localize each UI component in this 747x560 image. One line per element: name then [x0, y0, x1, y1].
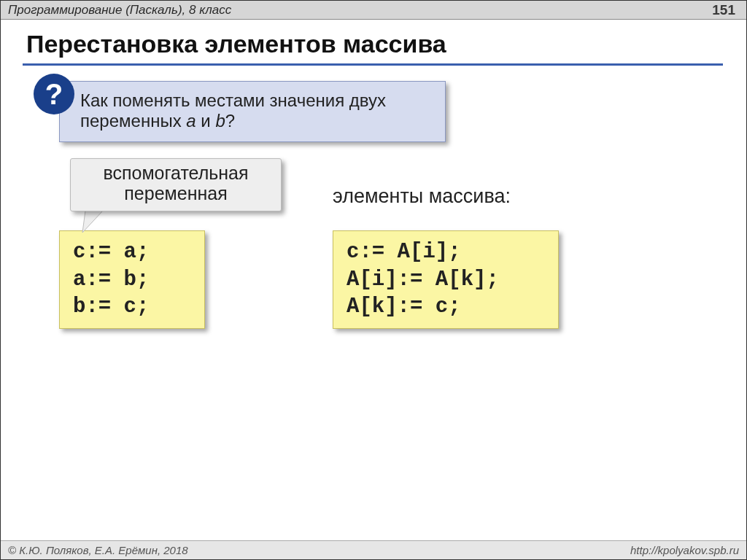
page-title: Перестановка элементов массива	[26, 30, 446, 58]
callout-line2: переменная	[124, 183, 227, 203]
callout-helper-variable: вспомогательная переменная	[70, 158, 282, 211]
footer-bar: © К.Ю. Поляков, Е.А. Ерёмин, 2018 http:/…	[1, 540, 746, 559]
svg-marker-0	[82, 211, 103, 233]
footer-url: http://kpolyakov.spb.ru	[630, 544, 739, 556]
callout-line1: вспомогательная	[103, 163, 248, 183]
footer-copyright: © К.Ю. Поляков, Е.А. Ерёмин, 2018	[8, 544, 188, 556]
question-line1: Как поменять местами значения двух	[80, 90, 386, 110]
code-swap-variables: c:= a; a:= b; b:= c;	[59, 230, 205, 329]
question-box: Как поменять местами значения двух перем…	[59, 81, 446, 142]
question-mark: ?	[45, 78, 63, 111]
code-swap-array-elements: c:= A[i]; A[i]:= A[k]; A[k]:= c;	[333, 230, 559, 329]
header-bar: Программирование (Паскаль), 8 класс	[1, 1, 746, 20]
page-number: 151	[712, 2, 735, 18]
question-var-b: b	[215, 111, 225, 131]
question-mark-icon: ?	[34, 74, 74, 114]
title-underline	[23, 63, 723, 66]
question-line2-prefix: переменных	[80, 111, 186, 131]
array-elements-label: элементы массива:	[333, 185, 511, 208]
slide: Программирование (Паскаль), 8 класс 151 …	[0, 0, 747, 560]
question-line2-suffix: ?	[225, 111, 235, 131]
question-var-a: a	[186, 111, 196, 131]
question-line2-middle: и	[196, 111, 216, 131]
header-title: Программирование (Паскаль), 8 класс	[8, 3, 231, 18]
